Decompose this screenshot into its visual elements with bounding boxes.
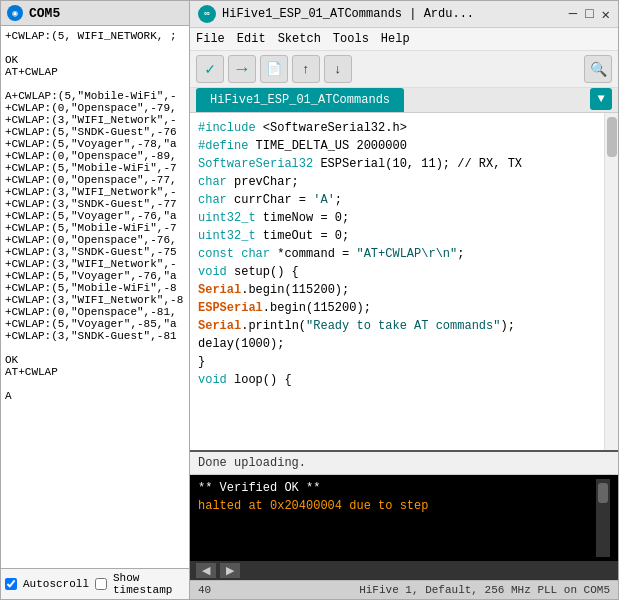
upload-button[interactable]: → [228,55,256,83]
table-row: uint32_t timeOut = 0; [198,227,596,245]
table-row: ESPSerial.begin(115200); [198,299,596,317]
serial-right-button[interactable]: ▶ [220,563,240,578]
table-row: SoftwareSerial32 ESPSerial(10, 11); // R… [198,155,596,173]
search-button[interactable]: 🔍 [584,55,612,83]
list-item [5,342,205,354]
list-item: +CWLAP:(0,"Openspace",-77, [5,174,205,186]
maximize-button[interactable]: □ [585,6,593,23]
list-item: OK [5,354,205,366]
list-item: AT+CWLAP [5,366,205,378]
close-button[interactable]: ✕ [602,6,610,23]
menu-help[interactable]: Help [381,30,410,48]
com5-icon: ◉ [7,5,23,21]
code-scrollbar[interactable] [604,113,618,450]
board-info: HiFive 1, Default, 256 MHz PLL on COM5 [359,584,610,596]
list-item: +CWLAP:(3,"WIFI_Network",- [5,258,205,270]
serial-text-area: ** Verified OK **halted at 0x20400004 du… [198,479,596,557]
list-item: +CWLAP:(3,"SNDK-Guest",-77 [5,198,205,210]
serial-monitor: Done uploading. ** Verified OK **halted … [190,450,618,580]
list-item: A [5,390,205,402]
table-row: uint32_t timeNow = 0; [198,209,596,227]
autoscroll-label: Autoscroll [23,578,89,590]
list-item: +CWLAP:(3,"WIFI_Network",-8 [5,294,205,306]
list-item: OK [5,54,205,66]
serial-left-button[interactable]: ◀ [196,563,216,578]
table-row: Serial.begin(115200); [198,281,596,299]
verify-button[interactable]: ✓ [196,55,224,83]
list-item [5,378,205,390]
com5-window: ◉ COM5 +CWLAP:(5, WIFI_NETWORK, ; OKAT+C… [0,0,210,600]
list-item: +CWLAP:(5,"SNDK-Guest",-76 [5,126,205,138]
active-tab[interactable]: HiFive1_ESP_01_ATCommands [196,88,404,112]
list-item: +CWLAP:(5,"Voyager",-78,"a [5,138,205,150]
table-row: #define TIME_DELTA_US 2000000 [198,137,596,155]
arduino-titlebar-left: ∞ HiFive1_ESP_01_ATCommands | Ardu... [198,5,474,23]
list-item: +CWLAP:(5,"Voyager",-76,"a [5,270,205,282]
serial-header: Done uploading. [190,452,618,475]
menu-file[interactable]: File [196,30,225,48]
arduino-logo-icon: ∞ [198,5,216,23]
list-item: +CWLAP:(3,"SNDK-Guest",-75 [5,246,205,258]
list-item: +CWLAP:(5, WIFI_NETWORK, ; [5,30,205,42]
table-row: char prevChar; [198,173,596,191]
list-item: halted at 0x20400004 due to step [198,497,596,515]
list-item: +CWLAP:(0,"Openspace",-81, [5,306,205,318]
arduino-window: ∞ HiFive1_ESP_01_ATCommands | Ardu... ─ … [189,0,619,600]
table-row: } [198,353,596,371]
com5-title: COM5 [29,6,60,21]
menu-tools[interactable]: Tools [333,30,369,48]
arduino-title: HiFive1_ESP_01_ATCommands | Ardu... [222,7,474,21]
com5-titlebar: ◉ COM5 [1,1,209,26]
list-item: +CWLAP:(3,"WIFI_Network",- [5,186,205,198]
code-area[interactable]: #include <SoftwareSerial32.h>#define TIM… [190,113,604,450]
serial-scrollbar-thumb[interactable] [598,483,608,503]
list-item: +CWLAP:(5,"Voyager",-85,"a [5,318,205,330]
serial-scrollbar[interactable] [596,479,610,557]
table-row: void loop() { [198,371,596,389]
list-item: +CWLAP:(3,"SNDK-Guest",-81 [5,330,205,342]
show-timestamp-checkbox[interactable] [95,578,107,590]
list-item: +CWLAP:(3,"WIFI_Network",- [5,114,205,126]
menu-edit[interactable]: Edit [237,30,266,48]
toolbar: ✓ → 📄 ↑ ↓ 🔍 [190,51,618,88]
open-button[interactable]: ↑ [292,55,320,83]
com5-statusbar: Autoscroll Show timestamp [1,568,209,599]
list-item: +CWLAP:(5,"Mobile-WiFi",-8 [5,282,205,294]
list-item: A+CWLAP:(5,"Mobile-WiFi",- [5,90,205,102]
tab-dropdown-button[interactable]: ▼ [590,88,612,110]
minimize-button[interactable]: ─ [569,6,577,23]
serial-content[interactable]: ** Verified OK **halted at 0x20400004 du… [190,475,618,561]
code-editor[interactable]: #include <SoftwareSerial32.h>#define TIM… [190,113,618,450]
serial-nav: ◀ ▶ [190,561,618,580]
menu-sketch[interactable]: Sketch [278,30,321,48]
table-row: char currChar = 'A'; [198,191,596,209]
list-item: ** Verified OK ** [198,479,596,497]
list-item: +CWLAP:(5,"Mobile-WiFi",-7 [5,222,205,234]
table-row: const char *command = "AT+CWLAP\r\n"; [198,245,596,263]
com5-content[interactable]: +CWLAP:(5, WIFI_NETWORK, ; OKAT+CWLAP A+… [1,26,209,568]
autoscroll-checkbox[interactable] [5,578,17,590]
list-item [5,78,205,90]
new-button[interactable]: 📄 [260,55,288,83]
list-item: +CWLAP:(0,"Openspace",-79, [5,102,205,114]
table-row: delay(1000); [198,335,596,353]
code-scrollbar-thumb[interactable] [607,117,617,157]
save-button[interactable]: ↓ [324,55,352,83]
arduino-statusbar: 40 HiFive 1, Default, 256 MHz PLL on COM… [190,580,618,599]
list-item: +CWLAP:(0,"Openspace",-89, [5,150,205,162]
menubar: File Edit Sketch Tools Help [190,28,618,51]
list-item: +CWLAP:(5,"Voyager",-76,"a [5,210,205,222]
table-row: void setup() { [198,263,596,281]
list-item: +CWLAP:(0,"Openspace",-76, [5,234,205,246]
list-item [5,42,205,54]
tab-bar: HiFive1_ESP_01_ATCommands ▼ [190,88,618,113]
list-item: +CWLAP:(5,"Mobile-WiFi",-7 [5,162,205,174]
line-number: 40 [198,584,211,596]
arduino-titlebar: ∞ HiFive1_ESP_01_ATCommands | Ardu... ─ … [190,1,618,28]
arduino-titlebar-right[interactable]: ─ □ ✕ [569,6,610,23]
table-row: Serial.println("Ready to take AT command… [198,317,596,335]
list-item: AT+CWLAP [5,66,205,78]
table-row: #include <SoftwareSerial32.h> [198,119,596,137]
